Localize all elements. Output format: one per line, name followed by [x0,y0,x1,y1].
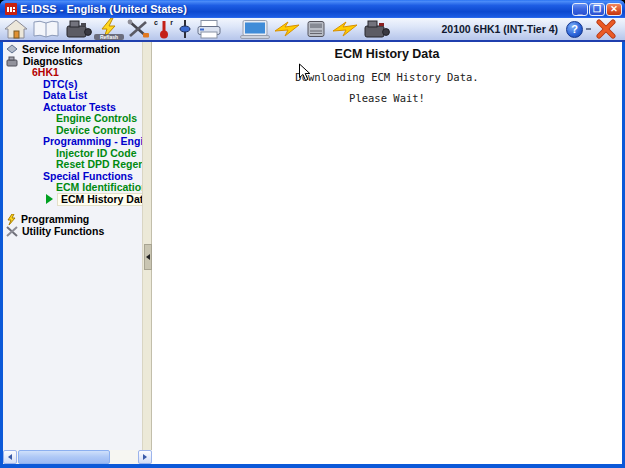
scroll-left-button[interactable] [3,450,17,464]
utility-tools-icon [6,226,18,237]
tools-icon [126,19,150,39]
main-content: ECM History Data Downloading ECM History… [152,42,622,464]
vehicle-status-label: 20100 6HK1 (INT-Tier 4) [441,23,558,35]
sidebar-item-reset-dpd-regenerate[interactable]: Reset DPD Regenerate [3,159,142,171]
titlebar: E-IDSS - English (United States) _ ❐ ✕ [0,0,625,18]
engine-icon [362,19,390,39]
home-icon [4,19,28,39]
home-button[interactable] [4,18,28,40]
thermometer-letter-right: r [170,19,173,26]
service-manual-button[interactable] [32,18,60,40]
lightning-bolt-icon [274,21,300,37]
actuator-tools-button[interactable] [126,18,150,40]
splitter-collapse-handle[interactable] [144,244,152,270]
maximize-button[interactable]: ❐ [589,3,605,16]
close-button[interactable]: ✕ [606,3,622,16]
sidebar-item-service-information[interactable]: Service Information [3,44,142,56]
valve-icon [178,19,192,39]
reflash-label: Reflash [94,34,124,40]
exit-button[interactable] [595,18,617,40]
printer-icon [196,19,222,39]
lightning-bolt-icon [332,21,358,37]
exit-x-icon [595,19,617,39]
window-title: E-IDSS - English (United States) [20,3,571,15]
engine-icon [6,56,19,67]
minimize-button[interactable]: _ [572,3,588,16]
sidebar-item-programming-engine-data[interactable]: Programming - Engine Dat [3,136,142,148]
collapse-left-arrow-icon [146,254,150,260]
body-area: Service Information Diagnostics 6HK1 DTC… [3,42,622,464]
valve-test-button[interactable] [178,18,192,40]
link-status-right [332,18,358,40]
pane-splitter[interactable] [142,42,152,450]
navigation-tree: Service Information Diagnostics 6HK1 DTC… [3,44,142,237]
ecm-module-button[interactable] [304,18,328,40]
manual-icon [6,44,18,55]
laptop-connection-button[interactable] [240,18,270,40]
sidebar-item-6hk1[interactable]: 6HK1 [3,67,142,79]
mouse-cursor [298,63,311,82]
scrollbar-track[interactable] [17,450,138,464]
help-button[interactable]: ? [566,21,583,38]
reflash-button[interactable]: Reflash [96,18,122,40]
print-button[interactable] [196,18,222,40]
lightning-icon [6,214,17,225]
app-window: E-IDSS - English (United States) _ ❐ ✕ [0,0,625,468]
sidebar-item-ecm-identification[interactable]: ECM Identification [3,182,142,194]
sidebar-item-engine-controls[interactable]: Engine Controls [3,113,142,125]
selected-arrow-icon [45,194,54,204]
scroll-left-arrow-icon [8,454,12,460]
target-engine-button[interactable] [362,18,390,40]
toolbar: Reflash c r [0,18,625,42]
page-title: ECM History Data [152,47,622,61]
laptop-icon [240,19,270,39]
status-message-line2: Please Wait! [152,92,622,104]
help-dropdown-dash [586,28,591,30]
sidebar-item-diagnostics[interactable]: Diagnostics [3,56,142,68]
diagnostics-engine-button[interactable] [64,18,92,40]
sidebar-horizontal-scrollbar[interactable] [3,450,152,464]
scroll-right-button[interactable] [138,450,152,464]
engine-icon [64,19,92,39]
sidebar-item-data-list[interactable]: Data List [3,90,142,102]
sidebar-item-utility-functions[interactable]: Utility Functions [3,226,142,238]
status-message-line1: Downloading ECM History Data. [152,71,622,83]
scrollbar-thumb[interactable] [18,450,110,464]
link-status-left [274,18,300,40]
sidebar-item-programming[interactable]: Programming [3,214,142,226]
navigation-sidebar: Service Information Diagnostics 6HK1 DTC… [3,42,142,450]
app-logo-icon [5,3,17,15]
temperature-clear-button[interactable]: c r [154,18,174,40]
scroll-right-arrow-icon [143,454,147,460]
ecm-box-icon [304,19,328,39]
sidebar-item-ecm-history-data[interactable]: ECM History Data [3,194,142,206]
thermometer-letter-left: c [154,19,158,26]
book-icon [32,19,60,39]
